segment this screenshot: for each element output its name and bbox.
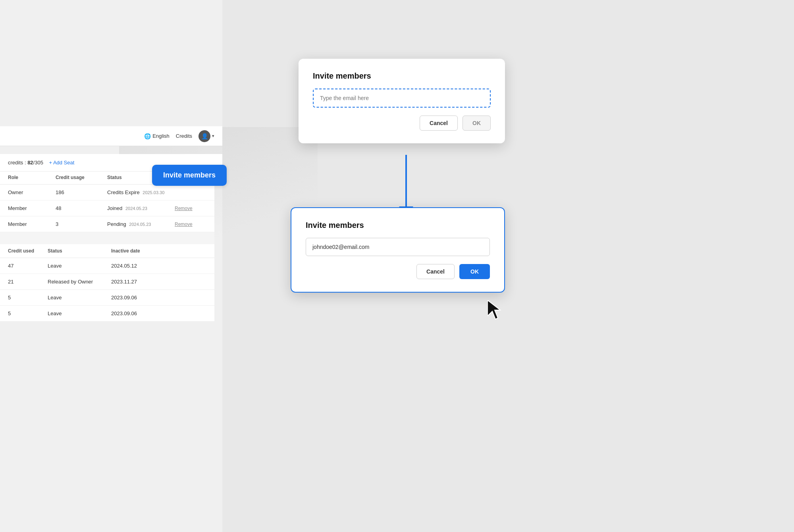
user-menu[interactable]: 👤 ▾ (198, 130, 214, 142)
invite-modal-empty: Invite members Cancel OK (299, 59, 505, 143)
modal-actions: Cancel OK (306, 264, 490, 279)
table-row: 5 Leave 2023.09.06 (0, 290, 214, 306)
table-row: Member 48 Joined 2024.05.23 Remove (0, 200, 214, 216)
col-status: Status (48, 248, 111, 254)
modal-title: Invite members (313, 71, 491, 81)
inactive-table: Credit used Status Inactive date 47 Leav… (0, 244, 214, 322)
table-row: Member 3 Pending 2024.05.23 Remove (0, 216, 214, 232)
inactive-credits: 21 (8, 279, 48, 285)
mouse-cursor-icon (488, 300, 503, 322)
ok-button-active[interactable]: OK (459, 264, 490, 279)
header-bar: 🌐 English Credits 👤 ▾ (0, 126, 222, 146)
credits-label: credits : (8, 160, 27, 166)
member-role: Member (8, 205, 56, 211)
modal-actions: Cancel OK (313, 116, 491, 131)
svg-marker-0 (488, 300, 500, 319)
avatar-icon: 👤 (201, 133, 208, 139)
col-inactive-date: Inactive date (111, 248, 206, 254)
table-row: 21 Released by Owner 2023.11.27 (0, 274, 214, 290)
modal-title: Invite members (306, 221, 490, 230)
member-credits: 48 (56, 205, 107, 211)
cancel-button[interactable]: Cancel (420, 116, 458, 131)
inactive-status: Leave (48, 295, 111, 301)
member-status: Joined 2024.05.23 (107, 205, 175, 211)
member-status: Pending 2024.05.23 (107, 221, 175, 227)
section-divider (0, 232, 214, 244)
col-credit-usage: Credit usage (56, 175, 107, 180)
invite-members-button[interactable]: Invite members (152, 165, 227, 186)
inactive-date: 2023.09.06 (111, 295, 206, 301)
email-input-empty[interactable] (313, 89, 491, 108)
member-status: Credits Expire 2025.03.30 (107, 189, 175, 195)
inactive-table-header: Credit used Status Inactive date (0, 244, 214, 258)
inactive-date: 2023.11.27 (111, 279, 206, 285)
credits-total: 305 (35, 160, 43, 166)
inactive-date: 2024.05.12 (111, 263, 206, 269)
inactive-status: Leave (48, 310, 111, 316)
add-seat-link[interactable]: + Add Seat (49, 160, 74, 166)
remove-button[interactable]: Remove (175, 206, 206, 211)
members-table-container: Role Credit usage Status Owner 186 Credi… (0, 171, 214, 322)
member-role: Owner (8, 189, 56, 195)
language-label: English (152, 133, 170, 139)
inactive-credits: 47 (8, 263, 48, 269)
inactive-date: 2023.09.06 (111, 310, 206, 316)
table-row: Owner 186 Credits Expire 2025.03.30 (0, 185, 214, 200)
arrow-line (405, 155, 407, 206)
member-credits: 186 (56, 189, 107, 195)
inactive-credits: 5 (8, 310, 48, 316)
invite-modal-filled: Invite members Cancel OK (291, 207, 505, 293)
col-role: Role (8, 175, 56, 180)
avatar: 👤 (198, 130, 210, 142)
table-row: 47 Leave 2024.05.12 (0, 258, 214, 274)
inactive-status: Leave (48, 263, 111, 269)
credits-link[interactable]: Credits (176, 133, 192, 139)
member-credits: 3 (56, 221, 107, 227)
member-role: Member (8, 221, 56, 227)
inactive-credits: 5 (8, 295, 48, 301)
table-row: 5 Leave 2023.09.06 (0, 306, 214, 322)
language-selector[interactable]: 🌐 English (144, 133, 170, 139)
credits-used: 82 (27, 160, 33, 166)
chevron-down-icon: ▾ (212, 133, 214, 139)
inactive-status: Released by Owner (48, 279, 111, 285)
email-input-filled[interactable] (306, 238, 490, 256)
globe-icon: 🌐 (144, 133, 151, 139)
remove-button[interactable]: Remove (175, 222, 206, 227)
ok-button-disabled[interactable]: OK (463, 116, 491, 131)
col-credit-used: Credit used (8, 248, 48, 254)
cancel-button[interactable]: Cancel (416, 264, 455, 279)
